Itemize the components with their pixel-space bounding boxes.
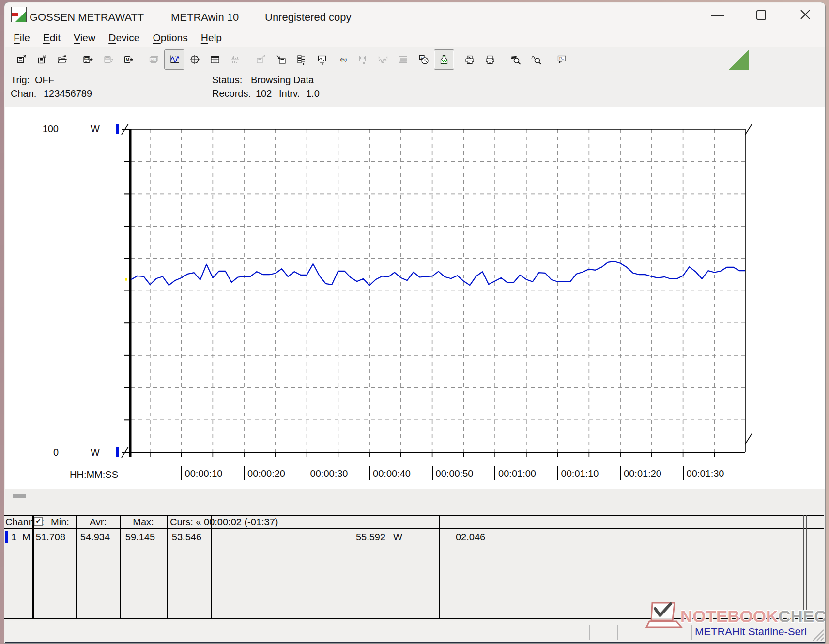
toolbar-save-button[interactable] (31, 49, 52, 70)
channel-checkbox[interactable]: ✓ (34, 517, 43, 526)
device-config-icon (357, 54, 368, 65)
toolbar-formula-button[interactable]: =f(x) (332, 49, 353, 70)
minimize-button[interactable] (711, 15, 724, 16)
channel-row-marker (5, 531, 8, 543)
svg-text:=f(x): =f(x) (338, 57, 347, 62)
print-icon (485, 54, 495, 65)
svg-text:!?..: !?.. (559, 57, 564, 60)
interval-label: Intrv. (279, 88, 300, 99)
row-min-value: 51.708 (32, 532, 65, 543)
pan-scroll-thumb[interactable] (13, 494, 26, 498)
toolbar-print-button[interactable] (480, 49, 500, 70)
cursor-b-number: 55.592 (356, 532, 385, 542)
chan-value: 123456789 (44, 88, 92, 99)
col-header-cursor: Curs: « 00:00:02 (-01:37) (170, 517, 278, 528)
pan-scroll-strip (5, 489, 825, 512)
toolbar-export-button[interactable] (251, 49, 271, 70)
resize-grip[interactable] (810, 628, 825, 642)
table-top-border (4, 515, 824, 516)
toolbar-histogram-button[interactable] (225, 49, 246, 70)
status-value: Browsing Data (251, 75, 314, 86)
axis-break-slash (745, 124, 752, 135)
toolbar-device-read-button[interactable]: 321 (77, 49, 98, 70)
wave-envelope-icon (398, 54, 409, 65)
toolbar-wave-envelope-button[interactable] (393, 49, 414, 70)
device-stop-icon: 321 (103, 54, 113, 65)
chart-plot-area[interactable] (4, 107, 826, 494)
save-icon (36, 54, 47, 65)
memory-read-icon: M (123, 54, 134, 65)
records-label: Records: (212, 88, 251, 99)
menu-item-device[interactable]: Device (108, 32, 139, 44)
interval-value: 1.0 (306, 88, 320, 99)
toolbar-zoom-in-button[interactable] (526, 49, 546, 70)
cursor-b-unit: W (393, 532, 402, 542)
channel-list-icon (296, 54, 307, 65)
data-table-icon (210, 54, 220, 65)
cursor-marker (125, 278, 127, 281)
title-bar: GOSSEN METRAWATT METRAwin 10 Unregistere… (5, 3, 825, 28)
toolbar-save-as-button[interactable] (11, 49, 31, 70)
menu-bar: FileEditViewDeviceOptionsHelp (5, 28, 825, 47)
resize-corner-triangle (729, 49, 749, 70)
monitor-icon (317, 54, 327, 65)
title-license: Unregistered copy (265, 11, 352, 24)
toolbar-chart-xy-button[interactable] (184, 49, 205, 70)
menu-item-options[interactable]: Options (153, 32, 187, 44)
time-sync-icon: 12 (418, 54, 429, 65)
toolbar-open-button[interactable] (52, 49, 72, 70)
table-col-divider (439, 515, 440, 619)
live-mode-icon (439, 54, 449, 65)
toolbar-device-config-button[interactable] (353, 49, 373, 70)
row-max-value: 59.145 (120, 532, 155, 543)
toolbar-import-button[interactable] (271, 49, 292, 70)
toolbar-zoom-out-button[interactable] (506, 49, 526, 70)
toolbar-time-sync-button[interactable]: 12 (414, 49, 434, 70)
axis-break-slash (745, 433, 752, 444)
menu-item-edit[interactable]: Edit (43, 32, 61, 44)
zoom-out-icon (510, 54, 521, 65)
toolbar-device-stop-button[interactable]: 321 (98, 49, 118, 70)
print-chart-icon (464, 54, 475, 65)
window-bottom-edge (5, 642, 825, 644)
toolbar-display-button[interactable]: 1257 (144, 49, 164, 70)
table-col-divider (167, 515, 168, 619)
title-app-name: GOSSEN METRAWATT (30, 11, 144, 24)
row-cursor-a-value: 53.546 (167, 532, 201, 543)
maximize-button[interactable] (756, 10, 766, 20)
table-header-divider (4, 528, 824, 529)
svg-text:321: 321 (85, 57, 89, 60)
menu-item-view[interactable]: View (74, 32, 95, 44)
table-col-divider (76, 515, 77, 619)
toolbar-memory-read-button[interactable]: M (118, 49, 138, 70)
table-right-border (806, 515, 807, 619)
toolbar: 321321M1257=f(x)12!?.. (5, 48, 825, 71)
toolbar-channel-list-button[interactable] (292, 49, 312, 70)
toolbar-live-mode-button[interactable] (434, 49, 454, 70)
svg-text:M: M (126, 57, 129, 61)
device-read-icon: 321 (82, 54, 93, 65)
chart-yt-icon (169, 54, 180, 65)
toolbar-separator (138, 51, 144, 68)
close-button[interactable] (800, 9, 811, 20)
toolbar-data-table-button[interactable] (205, 49, 225, 70)
status-bar-device-name: METRAHit Starline-Seri (695, 626, 807, 638)
menu-item-help[interactable]: Help (201, 32, 222, 44)
formula-icon: =f(x) (337, 54, 348, 65)
status-bar-divider (589, 625, 590, 640)
power-data-line (131, 261, 745, 285)
toolbar-chart-yt-button[interactable] (164, 49, 184, 70)
row-avr-value: 54.934 (76, 532, 110, 543)
menu-item-file[interactable]: File (14, 32, 30, 44)
row-cursor-delta-value: 02.046 (456, 532, 485, 543)
toolbar-separator (246, 51, 251, 68)
toolbar-print-chart-button[interactable] (460, 49, 480, 70)
col-header-max: Max: (120, 517, 167, 528)
toolbar-monitor-button[interactable] (312, 49, 332, 70)
row-channel-unit: M (22, 532, 31, 543)
toolbar-separator (72, 51, 77, 68)
status-bar-divider (691, 625, 692, 640)
toolbar-notes-button[interactable]: !?.. (552, 49, 572, 70)
toolbar-wave-compare-button[interactable] (373, 49, 393, 70)
svg-text:1257: 1257 (151, 58, 156, 61)
